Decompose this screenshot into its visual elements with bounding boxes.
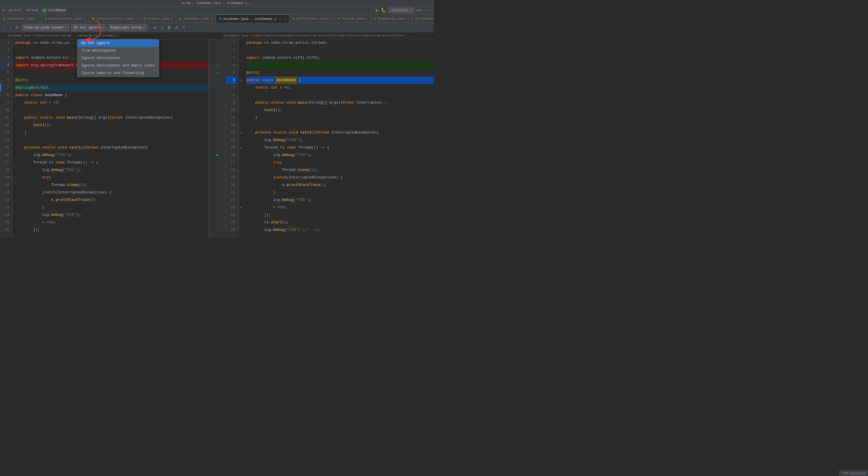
breadcrumb-w[interactable]: w xyxy=(2,8,4,12)
line-num: 1 xyxy=(226,39,237,46)
code-line: static int r = 0; xyxy=(246,84,434,92)
code-line: test1(); xyxy=(246,106,434,114)
code-line: static int r = 0; xyxy=(15,99,208,106)
code-line: @Slf4j xyxy=(246,69,434,76)
collapse-button[interactable]: □ xyxy=(160,25,164,31)
line-num: 10 xyxy=(226,106,237,114)
divider-line xyxy=(209,181,226,189)
tab-dot xyxy=(92,18,94,20)
divider-line xyxy=(209,46,226,54)
line-num: 24 xyxy=(0,211,11,219)
swap-button[interactable]: ⇌ xyxy=(152,25,158,31)
dropdown-item-do-not-ignore[interactable]: Do not ignore xyxy=(78,39,159,47)
code-line: test1(); xyxy=(15,122,208,129)
warning-icon: ⚠ xyxy=(2,34,4,37)
next-change-button[interactable]: ↓ xyxy=(8,25,13,31)
tab-create[interactable]: create.java ✕ xyxy=(141,14,177,23)
editor-area: 1 2 3 4 5 6 7 8 9 10 11 12 13 14 15 16 1… xyxy=(0,39,434,238)
divider-arrow: »» xyxy=(209,62,226,69)
fold-icon[interactable]: ⊢ xyxy=(239,76,244,84)
code-line xyxy=(15,106,208,114)
line-num: 23 xyxy=(0,204,11,211)
right-code-content[interactable]: package cn.tedu.straw.portal.thread; imp… xyxy=(244,39,434,238)
breadcrumb-active[interactable]: J JoinDemo2 xyxy=(42,8,66,12)
gutter-icon xyxy=(239,69,244,76)
code-line: e.printStackTrace(); xyxy=(15,196,208,204)
breadcrumb-thread[interactable]: thread xyxy=(26,8,38,12)
dropdown-item-ignore-whitespaces[interactable]: Ignore whitespaces xyxy=(78,54,159,62)
code-line: }); xyxy=(15,226,208,234)
gutter-icon xyxy=(239,46,244,54)
gutter-icon xyxy=(239,99,244,106)
edit-button[interactable]: ✎ xyxy=(14,25,20,31)
viewer-dropdown[interactable]: Side-by-side viewer ▾ xyxy=(22,24,69,31)
fold-icon[interactable]: ⊢ xyxy=(239,204,244,211)
tab-invokelog[interactable]: InvokeLog.java ✕ xyxy=(371,14,412,23)
dropdown-item-ignore-imports[interactable]: Ignore imports and formatting xyxy=(78,69,159,77)
tab-joindemo2[interactable]: JoinDemo2.java ✕ xyxy=(0,14,42,23)
code-line: } xyxy=(246,114,434,122)
tab-taxservicetest[interactable]: TaxServiceTest.java ✕ xyxy=(89,14,141,23)
tab-dot xyxy=(374,18,376,20)
gutter-icon xyxy=(239,136,244,144)
divider-arrow: »» xyxy=(209,69,226,76)
right-editor-panel: 1 2 3 4 5 6 7 8 9 10 11 12 13 14 15 16 1… xyxy=(226,39,434,238)
breadcrumb-portal[interactable]: portal xyxy=(9,8,21,12)
tab-dot xyxy=(144,18,146,20)
line-num: 25 xyxy=(226,219,237,226)
tab-questiontest[interactable]: QuestionTest.java ✕ xyxy=(42,14,89,23)
line-num: 22 xyxy=(0,196,11,204)
line-num: 19 xyxy=(0,174,11,181)
tab-thread[interactable]: Thread.java ✕ xyxy=(335,14,371,23)
prev-change-button[interactable]: ↑ xyxy=(2,25,7,31)
gutter-icon xyxy=(239,226,244,234)
line-num: 13 xyxy=(0,129,11,136)
line-num: 6 xyxy=(0,76,11,84)
divider-line xyxy=(209,189,226,196)
run-icon[interactable]: ▶ xyxy=(376,7,379,13)
code-line: public class JoinDemo2 { xyxy=(246,76,434,84)
tab-dot xyxy=(338,18,340,20)
branch-dropdown[interactable]: JoinDemo2 ▾ xyxy=(388,7,414,13)
tab-invokelogaspect[interactable]: InvokeLogAspect.java ✕ xyxy=(412,14,434,23)
code-line: } catch (InterruptedException e) { xyxy=(15,189,208,196)
line-num: 18 xyxy=(226,166,237,174)
code-line: t1.start(); xyxy=(246,219,434,226)
code-line: import lombok.extern.slf4j.Slf4j; xyxy=(246,54,434,62)
debug-icon[interactable]: 🐛 xyxy=(381,8,386,13)
code-line: Thread t1 = new Thread(() -> { xyxy=(246,144,434,151)
gutter-icon xyxy=(239,166,244,174)
gutter-icon xyxy=(239,62,244,69)
dropdown-item-ignore-whitespaces-empty[interactable]: Ignore whitespaces and empty lines xyxy=(78,62,159,69)
fold-icon[interactable]: ⊢ xyxy=(239,144,244,151)
fold-icon[interactable]: ⊢ xyxy=(239,129,244,136)
code-line: @Slf4j xyxy=(15,76,208,84)
help-button[interactable]: ? xyxy=(181,25,186,31)
gutter-icon xyxy=(239,54,244,62)
ignore-dropdown[interactable]: Do not ignore ▾ xyxy=(71,24,106,31)
gutter-icon xyxy=(239,181,244,189)
divider-line xyxy=(209,159,226,166)
line-num: 20 xyxy=(0,181,11,189)
highlight-dropdown[interactable]: Highlight words ▾ xyxy=(108,24,147,31)
divider-line xyxy=(209,136,226,144)
divider-line xyxy=(209,106,226,114)
line-num: 5 xyxy=(226,69,237,76)
divider-line xyxy=(209,54,226,62)
settings-button[interactable]: ⚙ xyxy=(166,25,172,31)
center-divider: »» »» ● xyxy=(209,39,226,238)
divider-line xyxy=(209,219,226,226)
refresh-button[interactable]: ↺ xyxy=(174,25,180,31)
gutter-icon xyxy=(239,114,244,122)
nav-right: ▶ 🐛 JoinDemo2 ▾ Git: ✓ ✓ xyxy=(376,7,432,13)
code-line: } xyxy=(15,204,208,211)
tab-caffinetest[interactable]: CaffineTest.java ✕ xyxy=(289,14,335,23)
code-line xyxy=(246,122,434,129)
dropdown-item-trim-whitespaces[interactable]: Trim whitespaces xyxy=(78,47,159,54)
divider-line xyxy=(209,76,226,84)
divider-line xyxy=(209,99,226,106)
tab-joindemo[interactable]: JoinDemo.java ✕ xyxy=(177,14,216,23)
line-num: 24 xyxy=(226,211,237,219)
line-num: 5 xyxy=(0,69,11,76)
tab-joindemo-diff[interactable]: JoinDemo.java - JoinDemo2.j... ✕ xyxy=(216,14,289,23)
